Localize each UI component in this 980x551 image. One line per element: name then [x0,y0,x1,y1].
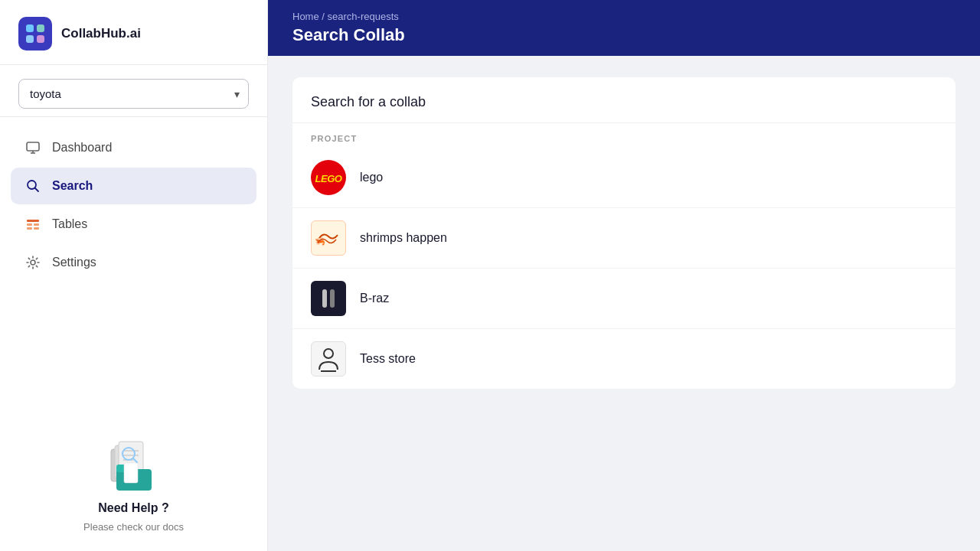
search-collab-card: Search for a collab PROJECT LEGO lego [292,77,956,389]
sidebar-item-search[interactable]: Search [11,168,256,204]
braz-logo [311,281,346,316]
search-collab-card-title: Search for a collab [292,77,956,123]
app-logo-icon [18,17,52,51]
svg-line-8 [35,188,39,192]
svg-text:LEGO: LEGO [315,173,342,184]
help-title: Need Help ? [98,501,168,515]
sidebar-nav: Dashboard Search [0,117,267,281]
svg-rect-30 [330,289,335,308]
svg-rect-10 [27,223,32,226]
tessstore-logo [311,341,346,377]
svg-point-14 [31,260,35,265]
breadcrumb-separator: / [322,11,327,22]
logo-area: CollabHub.ai [0,0,267,65]
collab-name-braz: B-raz [360,292,389,305]
monitor-icon [24,139,41,156]
svg-rect-13 [34,227,39,230]
breadcrumb: Home / search-requests [292,11,956,22]
svg-rect-4 [27,142,39,151]
project-section-label: PROJECT [292,123,956,148]
collab-name-tessstore: Tess store [360,352,416,366]
lego-logo: LEGO [311,160,346,195]
shrimps-logo: 🦐 [311,220,346,256]
svg-rect-29 [322,289,327,308]
collab-item-shrimps[interactable]: 🦐 shrimps happen [292,208,956,269]
svg-rect-11 [34,223,39,226]
tables-icon [24,216,41,233]
project-dropdown-wrapper[interactable]: toyota honda bmw ▾ [18,79,249,109]
svg-rect-3 [37,35,44,43]
project-dropdown-area: toyota honda bmw ▾ [0,65,267,117]
sidebar-item-label-tables: Tables [52,217,87,231]
sidebar-item-label-dashboard: Dashboard [52,141,112,155]
help-illustration [100,434,168,495]
main-area: Home / search-requests Search Collab Sea… [268,0,980,551]
help-subtitle: Please check our docs [83,521,184,533]
collab-list: LEGO lego 🦐 shrimps [292,148,956,389]
svg-rect-1 [37,24,44,32]
collab-item-tessstore[interactable]: Tess store [292,329,956,389]
breadcrumb-home[interactable]: Home [292,11,319,22]
sidebar-item-dashboard[interactable]: Dashboard [11,129,256,166]
page-title: Search Collab [292,25,956,45]
collab-name-lego: lego [360,171,383,184]
app-name: CollabHub.ai [61,26,141,41]
svg-rect-23 [124,463,138,483]
sidebar-item-settings[interactable]: Settings [11,244,256,281]
gear-icon [24,254,41,271]
help-section: Need Help ? Please check our docs [0,416,267,551]
svg-rect-2 [26,35,34,43]
sidebar-item-label-settings: Settings [52,256,96,269]
main-content: Search for a collab PROJECT LEGO lego [268,56,980,551]
svg-rect-0 [26,24,34,32]
main-header: Home / search-requests Search Collab [268,0,980,56]
collab-item-braz[interactable]: B-raz [292,269,956,329]
search-icon [24,178,41,194]
sidebar: CollabHub.ai toyota honda bmw ▾ Dashboar… [0,0,268,551]
sidebar-item-tables[interactable]: Tables [11,206,256,243]
collab-name-shrimps: shrimps happen [360,231,447,245]
collab-item-lego[interactable]: LEGO lego [292,148,956,208]
sidebar-item-label-search: Search [52,179,93,193]
breadcrumb-current: search-requests [328,11,399,22]
project-dropdown[interactable]: toyota honda bmw [18,79,249,109]
svg-rect-9 [27,220,39,222]
svg-rect-12 [27,227,32,230]
svg-point-31 [324,349,333,358]
